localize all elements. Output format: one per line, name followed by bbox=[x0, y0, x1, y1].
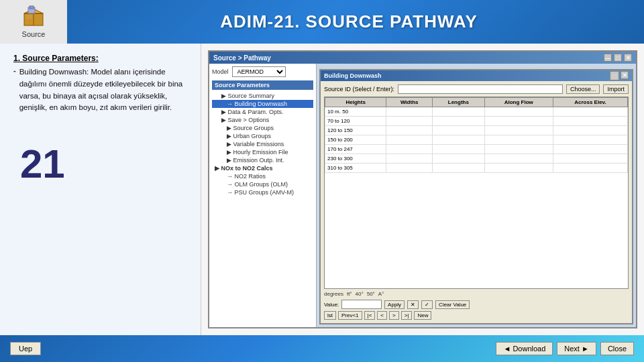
table-row: 70 to 120 bbox=[325, 117, 628, 126]
col-heights: Heights bbox=[325, 98, 386, 107]
table-row: 170 to 247 bbox=[325, 145, 628, 154]
tree-item-building-downwash[interactable]: → Building Downwash bbox=[212, 100, 313, 108]
download-button[interactable]: ◄ Download bbox=[496, 342, 553, 355]
sw-titlebar: Source > Pathway — □ ✕ bbox=[209, 52, 636, 64]
sw-titlebar-buttons: — □ ✕ bbox=[604, 54, 632, 62]
unit-40: 40° bbox=[356, 291, 364, 297]
col-lengths: Lengths bbox=[432, 98, 484, 107]
bdw-lst-btn[interactable]: lst bbox=[324, 311, 336, 320]
bdw-apply-btn[interactable]: Apply bbox=[384, 300, 405, 309]
table-row: 230 to 300 bbox=[325, 154, 628, 164]
bdw-body: Source ID (Select / Enter): Choose... Im… bbox=[321, 81, 632, 323]
bdw-fwd-btn[interactable]: > bbox=[389, 311, 399, 320]
right-panel: Source > Pathway — □ ✕ Model AERMOD bbox=[201, 44, 644, 335]
unit-a: A° bbox=[378, 291, 384, 297]
sw-body: Model AERMOD Source Parameters ▶ Source … bbox=[209, 64, 636, 327]
tree-item-hourly-emission[interactable]: ▶ Hourly Emission File bbox=[212, 148, 313, 156]
tree-item-no2-ratios[interactable]: → NO2 Ratios bbox=[212, 172, 313, 180]
header-icon-area: Source bbox=[0, 0, 67, 44]
section-title: 1. Source Parameters: bbox=[13, 54, 187, 63]
bdw-choose-btn[interactable]: Choose... bbox=[566, 84, 600, 94]
tree-item-source-summary[interactable]: ▶ Source Summary bbox=[212, 92, 313, 100]
tree-item-save-options[interactable]: ▶ Save > Options bbox=[212, 116, 313, 124]
svg-rect-6 bbox=[30, 6, 34, 9]
source-icon bbox=[21, 5, 46, 29]
tree-item-data-param[interactable]: ▶ Data & Param. Opts. bbox=[212, 108, 313, 116]
tree-panel: Model AERMOD Source Parameters ▶ Source … bbox=[209, 64, 317, 327]
col-across-elev: Across Elev. bbox=[553, 98, 627, 107]
close-button[interactable]: Close bbox=[600, 342, 634, 355]
bdw-check-btn[interactable]: ✓ bbox=[421, 300, 433, 309]
unit-50: 50° bbox=[367, 291, 375, 297]
bullet-text: Building Downwash: Model alanı içerisind… bbox=[19, 66, 187, 114]
bdw-input-row: Source ID (Select / Enter): Choose... Im… bbox=[324, 84, 629, 94]
bdw-titlebar-buttons: □ ✕ bbox=[610, 71, 629, 80]
header-icon-label: Source bbox=[22, 30, 46, 38]
bottom-right-buttons: ◄ Download Next ► Close bbox=[496, 342, 634, 355]
model-select[interactable]: AERMOD bbox=[232, 66, 286, 77]
sw-right: Building Downwash □ ✕ Source ID (Select … bbox=[317, 64, 636, 327]
sw-maximize-btn[interactable]: □ bbox=[614, 54, 622, 62]
bdw-units-row: degrees ft° 40° 50° A° bbox=[324, 291, 629, 297]
bottom-bar: Uep ◄ Download Next ► Close bbox=[0, 335, 644, 362]
sw-title: Source > Pathway bbox=[213, 54, 271, 62]
bdw-last-btn[interactable]: >| bbox=[401, 311, 413, 320]
bdw-new-btn[interactable]: New bbox=[414, 311, 431, 320]
bdw-bottom: Value: Apply ✕ ✓ Clear Value lst Prev<1 bbox=[324, 300, 629, 320]
svg-rect-4 bbox=[26, 15, 32, 19]
page-number: 21 bbox=[13, 141, 187, 187]
bdw-value-row: Value: Apply ✕ ✓ Clear Value bbox=[324, 300, 629, 309]
bullet-line: - Building Downwash: Model alanı içerisi… bbox=[13, 66, 187, 114]
model-row: Model AERMOD bbox=[212, 66, 313, 77]
next-button[interactable]: Next ► bbox=[557, 342, 596, 355]
bdw-first-btn[interactable]: |< bbox=[364, 311, 376, 320]
header: Source ADIM-21. SOURCE PATHWAY bbox=[0, 0, 644, 44]
unit-degrees: degrees bbox=[324, 291, 343, 297]
bdw-import-btn[interactable]: Import bbox=[603, 84, 629, 94]
bdw-checkbox[interactable]: □ bbox=[610, 71, 619, 80]
tree-item-olm-groups[interactable]: → OLM Groups (OLM) bbox=[212, 180, 313, 188]
tree-item-urban-groups[interactable]: ▶ Urban Groups bbox=[212, 132, 313, 140]
bullet-dash: - bbox=[13, 66, 16, 74]
bdw-close-btn[interactable]: ✕ bbox=[621, 71, 629, 79]
table-row: 10 m. 50 bbox=[325, 107, 628, 117]
model-label: Model bbox=[212, 68, 229, 75]
bdw-table-area: Heights Widths Lengths Along Flow Across… bbox=[324, 97, 629, 289]
bdw-nav-row: lst Prev<1 |< < > >| New bbox=[324, 311, 629, 320]
table-row: 310 to 305 bbox=[325, 164, 628, 173]
bdw-table: Heights Widths Lengths Along Flow Across… bbox=[325, 97, 628, 173]
bdw-prev-btn[interactable]: Prev<1 bbox=[338, 311, 362, 320]
sw-minimize-btn[interactable]: — bbox=[604, 54, 612, 62]
table-row: 150 to 200 bbox=[325, 135, 628, 145]
bdw-clear-btn[interactable]: Clear Value bbox=[435, 300, 470, 309]
bdw-titlebar: Building Downwash □ ✕ bbox=[321, 70, 632, 81]
sw-close-btn[interactable]: ✕ bbox=[624, 54, 632, 62]
tree-item-psu-groups[interactable]: → PSU Groups (AMV-M) bbox=[212, 188, 313, 196]
left-panel: 1. Source Parameters: - Building Downwas… bbox=[0, 44, 201, 335]
tree-item-source-groups[interactable]: ▶ Source Groups bbox=[212, 124, 313, 132]
tree-item-variable-emissions[interactable]: ▶ Variable Emissions bbox=[212, 140, 313, 148]
tree-item-emission-outp[interactable]: ▶ Emission Outp. Int. bbox=[212, 156, 313, 164]
bdw-dialog: Building Downwash □ ✕ Source ID (Select … bbox=[319, 69, 633, 324]
col-widths: Widths bbox=[386, 98, 433, 107]
back-button[interactable]: Uep bbox=[10, 342, 41, 355]
bdw-title: Building Downwash bbox=[324, 72, 382, 79]
col-along-flow: Along Flow bbox=[484, 98, 553, 107]
software-window: Source > Pathway — □ ✕ Model AERMOD bbox=[208, 50, 637, 328]
table-row: 120 to 150 bbox=[325, 126, 628, 135]
header-title: ADIM-21. SOURCE PATHWAY bbox=[67, 11, 631, 32]
tree-item-nox-no2[interactable]: ▶ NOx to NO2 Calcs bbox=[212, 164, 313, 172]
unit-ft: ft° bbox=[347, 291, 352, 297]
main-content: 1. Source Parameters: - Building Downwas… bbox=[0, 44, 644, 335]
bdw-back-btn[interactable]: < bbox=[377, 311, 387, 320]
bdw-source-input[interactable] bbox=[398, 84, 563, 94]
bdw-x1-btn[interactable]: ✕ bbox=[407, 300, 419, 309]
tree-title: Source Parameters bbox=[212, 80, 313, 90]
bdw-input-label: Source ID (Select / Enter): bbox=[324, 86, 394, 93]
value-label: Value: bbox=[324, 302, 339, 308]
bdw-value-input[interactable] bbox=[341, 300, 382, 309]
